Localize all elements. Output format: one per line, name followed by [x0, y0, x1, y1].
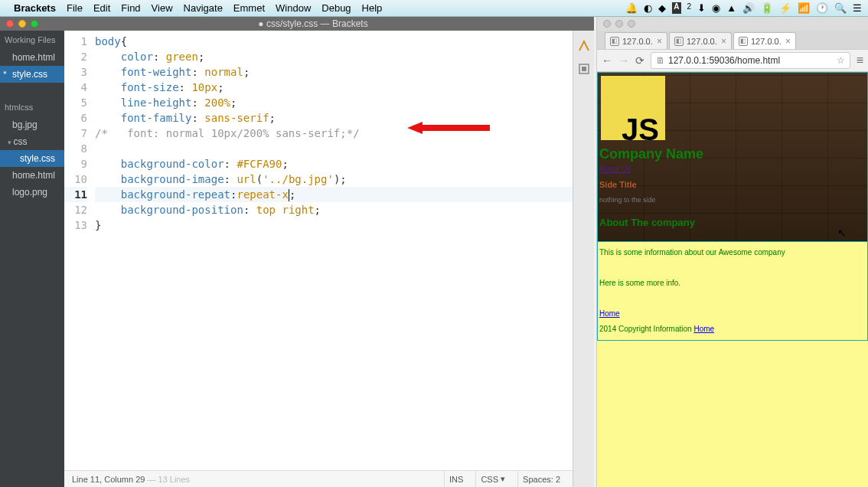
svg-rect-2	[582, 67, 586, 71]
about-heading: About The company	[598, 215, 867, 230]
minimize-window-button[interactable]	[18, 20, 26, 28]
language-mode[interactable]: CSS ▾	[475, 471, 510, 487]
clock-icon[interactable]: 🕐	[816, 2, 828, 14]
code-content[interactable]: body{ color: green; font-weight: normal;…	[95, 34, 573, 470]
forward-button[interactable]: →	[618, 54, 629, 67]
code-editor[interactable]: 12345678910111213 body{ color: green; fo…	[64, 31, 573, 470]
brackets-titlebar: ● css/style.css — Brackets	[0, 17, 594, 31]
menu-help[interactable]: Help	[362, 2, 383, 14]
close-tab-icon[interactable]: ×	[721, 36, 726, 47]
side-subtitle: nothing to the side	[598, 192, 867, 208]
rendered-page: JS Company Name About Us Side Title noth…	[597, 72, 868, 487]
wifi2-icon[interactable]: 📶	[798, 2, 810, 14]
chrome-menu-icon[interactable]: ≡	[857, 54, 863, 67]
brackets-window: ● css/style.css — Brackets Working Files…	[0, 17, 594, 487]
shape-icon[interactable]: ◆	[658, 2, 666, 14]
browser-tabs: ◧127.0.0.× ◧127.0.0.× ◧127.0.0.×	[597, 31, 868, 49]
working-files-header: Working Files	[0, 31, 64, 49]
close-tab-icon[interactable]: ×	[785, 36, 791, 47]
menu-emmet[interactable]: Emmet	[233, 2, 265, 14]
system-tray: 🔔 ◐ ◆ A 2 ⬇ ◉ ▲ 🔊 🔋 ⚡ 📶 🕐 🔍 ☰	[625, 2, 862, 14]
mac-menubar: Brackets File Edit Find View Navigate Em…	[0, 0, 868, 17]
menu-debug[interactable]: Debug	[321, 2, 351, 14]
close-tab-icon[interactable]: ×	[657, 36, 662, 47]
browser-titlebar	[597, 17, 868, 31]
browser-zoom-button[interactable]	[628, 20, 635, 28]
browser-window: ◧127.0.0.× ◧127.0.0.× ◧127.0.0.× ← → ⟳ 🗎…	[596, 17, 868, 487]
project-file-bg[interactable]: bg.jpg	[0, 116, 64, 133]
bell-icon[interactable]: 🔔	[625, 2, 638, 14]
insert-mode[interactable]: INS	[444, 471, 468, 487]
browser-tab-2[interactable]: ◧127.0.0.×	[669, 32, 732, 49]
about-paragraph-1: This is some information about our Aweso…	[599, 245, 866, 260]
page-icon: 🗎	[656, 55, 665, 66]
mouse-cursor-icon: ↖	[837, 225, 847, 240]
working-file-home[interactable]: home.html	[0, 49, 64, 66]
browser-tab-3[interactable]: ◧127.0.0.×	[733, 32, 796, 49]
url-text: 127.0.0.1:59036/home.html	[668, 55, 780, 66]
adobe-icon[interactable]: A	[672, 2, 680, 14]
working-file-style[interactable]: style.css	[0, 66, 64, 83]
browser-close-button[interactable]	[603, 20, 611, 28]
battery-icon[interactable]: 🔋	[761, 2, 773, 14]
indent-mode[interactable]: Spaces: 2	[517, 471, 565, 487]
project-folder-css[interactable]: css	[0, 133, 64, 150]
camera-icon[interactable]: ▲	[726, 2, 736, 14]
browser-toolbar: ← → ⟳ 🗎 127.0.0.1:59036/home.html ☆ ≡	[597, 49, 868, 72]
menu-find[interactable]: Find	[121, 2, 140, 14]
evernote-icon[interactable]: ◉	[712, 2, 720, 14]
cloud-icon[interactable]: ◐	[644, 2, 652, 14]
project-file-style[interactable]: style.css	[0, 150, 64, 167]
zoom-window-button[interactable]	[31, 20, 38, 28]
browser-tab-1[interactable]: ◧127.0.0.×	[605, 32, 667, 49]
project-header[interactable]: htmlcss	[0, 98, 64, 116]
close-window-button[interactable]	[6, 20, 14, 28]
wifi-icon[interactable]: ⚡	[779, 2, 791, 14]
favicon-icon: ◧	[739, 37, 748, 46]
reload-button[interactable]: ⟳	[635, 54, 644, 67]
number-icon[interactable]: 2	[687, 2, 692, 14]
menu-file[interactable]: File	[67, 2, 83, 14]
footer-home-link[interactable]: Home	[693, 325, 714, 333]
menu-navigate[interactable]: Navigate	[184, 2, 223, 14]
window-title: ● css/style.css — Brackets	[38, 18, 588, 29]
editor-area: 12345678910111213 body{ color: green; fo…	[64, 31, 573, 487]
footer-text: 2014 Copyright Information Home	[599, 322, 866, 337]
about-paragraph-2: Here is some more info.	[599, 276, 866, 291]
menu-window[interactable]: Window	[276, 2, 311, 14]
brackets-sidebar: Working Files home.html style.css htmlcs…	[0, 31, 64, 487]
menu-view[interactable]: View	[152, 2, 173, 14]
status-bar: Line 11, Column 29 — 13 Lines INS CSS ▾ …	[64, 470, 573, 487]
traffic-lights	[6, 20, 38, 28]
browser-minimize-button[interactable]	[615, 20, 623, 28]
live-preview-icon[interactable]	[578, 40, 590, 52]
brackets-right-toolbar	[573, 31, 594, 487]
line-gutter: 12345678910111213	[64, 34, 95, 470]
company-name-heading: Company Name	[598, 146, 867, 162]
project-file-home[interactable]: home.html	[0, 167, 64, 184]
notifications-icon[interactable]: ☰	[853, 2, 862, 14]
volume-icon[interactable]: 🔊	[742, 2, 755, 14]
app-name[interactable]: Brackets	[14, 2, 56, 14]
bookmark-icon[interactable]: ☆	[837, 55, 845, 66]
menu-edit[interactable]: Edit	[93, 2, 110, 14]
extensions-icon[interactable]	[578, 63, 590, 75]
favicon-icon: ◧	[674, 37, 684, 46]
address-bar[interactable]: 🗎 127.0.0.1:59036/home.html ☆	[651, 52, 850, 69]
cursor-position: Line 11, Column 29 — 13 Lines	[72, 475, 190, 484]
nav-about-link[interactable]: About Us	[598, 162, 867, 177]
project-file-logo[interactable]: logo.png	[0, 184, 64, 201]
home-link[interactable]: Home	[599, 309, 620, 318]
dropbox-icon[interactable]: ⬇	[697, 2, 706, 14]
favicon-icon: ◧	[610, 37, 619, 46]
back-button[interactable]: ←	[602, 54, 612, 67]
spotlight-icon[interactable]: 🔍	[834, 2, 847, 14]
side-title: Side Title	[598, 177, 867, 192]
js-logo: JS	[601, 76, 665, 140]
